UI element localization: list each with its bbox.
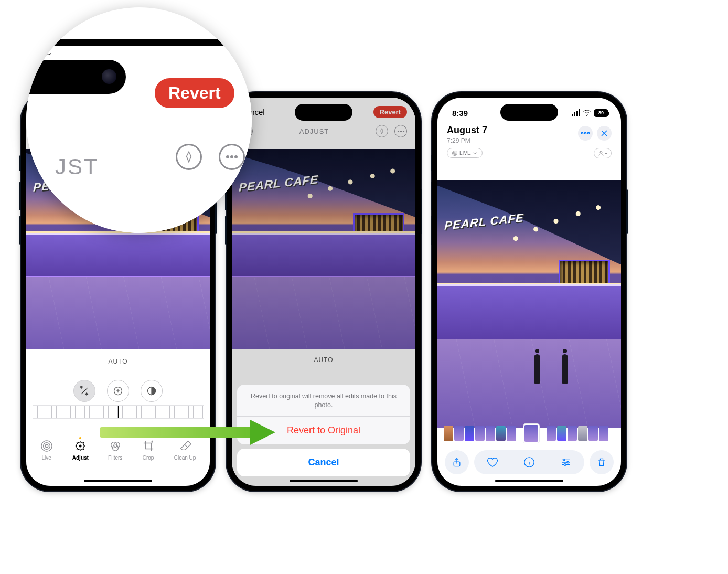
person-silhouette [562, 354, 568, 384]
revert-button-zoomed[interactable]: Revert [155, 78, 234, 108]
exposure-icon[interactable] [107, 380, 129, 402]
photo-full[interactable]: PEARL CAFE [437, 180, 621, 428]
tab-label: Adjust [72, 455, 89, 461]
tab-label: Live [41, 455, 51, 461]
current-photo-thumb[interactable] [523, 424, 539, 443]
more-icon-zoomed[interactable] [219, 144, 245, 170]
sheet-message: Revert to original will remove all edits… [237, 385, 410, 417]
magnifier-callout: C Revert JST [26, 7, 252, 233]
more-actions-button[interactable] [578, 126, 593, 141]
info-button[interactable] [523, 456, 536, 469]
wifi-icon [583, 110, 591, 116]
trash-button[interactable] [590, 450, 614, 474]
svg-point-10 [586, 115, 587, 116]
svg-point-11 [581, 132, 583, 134]
svg-point-15 [453, 152, 456, 155]
annotation-arrow [100, 420, 275, 445]
svg-point-13 [587, 132, 589, 134]
person-silhouette [534, 354, 540, 384]
edit-button[interactable] [560, 456, 572, 469]
svg-point-17 [600, 151, 602, 153]
live-label: LIVE [459, 150, 471, 156]
tab-label: Filters [108, 455, 122, 461]
dynamic-island [295, 104, 352, 121]
share-button[interactable] [445, 450, 469, 474]
status-time: 8:39 [452, 109, 468, 118]
svg-point-6 [79, 445, 81, 447]
signal-icon [572, 109, 581, 116]
adjust-dial-icon [74, 440, 87, 452]
battery-icon: 89 [594, 109, 608, 117]
tab-live[interactable]: Live [40, 440, 53, 461]
viewer-toolbar [445, 450, 614, 474]
adjustment-tool-row [26, 380, 210, 402]
cancel-fragment: C [45, 47, 51, 58]
dynamic-island [500, 104, 558, 121]
svg-point-21 [567, 461, 569, 463]
svg-point-20 [563, 459, 565, 461]
auto-label: AUTO [26, 358, 210, 365]
markup-icon-zoomed[interactable] [176, 144, 202, 170]
svg-point-2 [45, 444, 48, 448]
adjust-title-fragment: JST [55, 154, 99, 179]
live-circles-icon [40, 440, 53, 452]
tab-label: Crop [143, 455, 154, 461]
home-indicator[interactable] [84, 480, 152, 482]
tab-adjust[interactable]: Adjust [72, 440, 89, 461]
live-photo-badge[interactable]: LIVE [447, 148, 483, 158]
close-button[interactable] [597, 126, 612, 141]
wand-icon[interactable] [73, 380, 95, 402]
viewer-header: August 7 7:29 PM [447, 125, 612, 144]
svg-point-22 [564, 464, 566, 466]
home-indicator[interactable] [290, 480, 358, 482]
phone-photo-viewer: 8:39 89 August 7 7:29 PM [432, 92, 626, 491]
svg-point-14 [454, 152, 456, 154]
people-badge[interactable] [594, 148, 612, 158]
contrast-icon[interactable] [141, 380, 163, 402]
tab-label: Clean Up [174, 455, 196, 461]
svg-point-12 [584, 132, 586, 134]
svg-point-3 [43, 443, 50, 450]
photo-filmstrip[interactable] [444, 424, 615, 443]
dynamic-island-zoomed [26, 60, 126, 94]
adjustment-ruler[interactable] [33, 405, 204, 419]
sheet-cancel-button[interactable]: Cancel [237, 449, 410, 476]
home-indicator[interactable] [495, 480, 563, 482]
favorite-button[interactable] [486, 456, 499, 469]
